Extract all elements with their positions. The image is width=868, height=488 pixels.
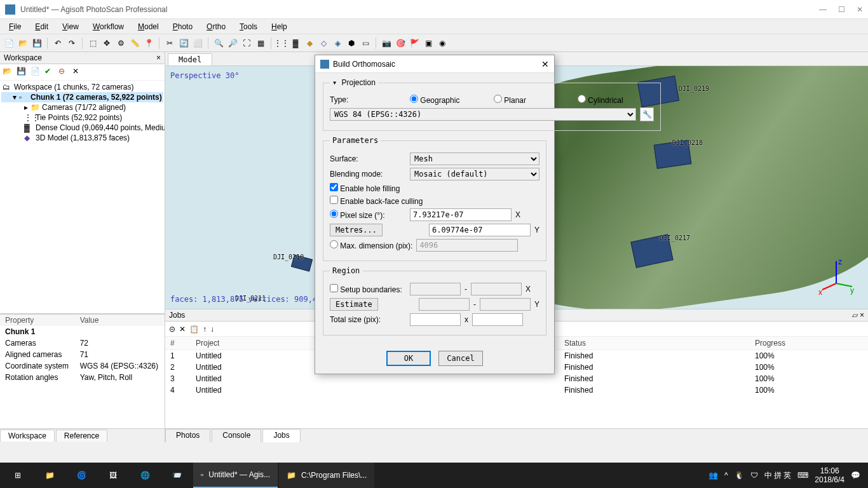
minimize-button[interactable]: — — [819, 5, 827, 14]
menu-edit[interactable]: Edit — [29, 21, 55, 32]
markers-icon[interactable]: 🎯 — [394, 37, 407, 50]
app-pin-icon[interactable]: 📨 — [161, 463, 192, 488]
crs-select[interactable]: WGS 84 (EPSG::4326) — [330, 108, 636, 121]
task-photoscan[interactable]: ▫Untitled* — Agis... — [193, 463, 278, 488]
ws-open-icon[interactable]: 📂 — [3, 67, 14, 78]
ruler-icon[interactable]: 📏 — [128, 37, 141, 50]
menu-workflow[interactable]: Workflow — [86, 21, 130, 32]
jobs-undock-icon[interactable]: ▱ — [852, 311, 858, 320]
gear-icon[interactable]: ⚙ — [114, 37, 127, 50]
total-x-input[interactable] — [410, 313, 461, 326]
maximize-button[interactable]: ☐ — [838, 5, 845, 14]
close-button[interactable]: ✕ — [857, 5, 863, 14]
mesh-wire-icon[interactable]: ◇ — [317, 37, 330, 50]
tab-reference[interactable]: Reference — [56, 430, 107, 442]
ok-button[interactable]: OK — [386, 351, 431, 366]
total-y-input[interactable] — [472, 313, 523, 326]
radio-geographic[interactable]: Geographic — [410, 95, 486, 105]
undo-icon[interactable]: ↶ — [51, 37, 64, 50]
metres-button[interactable]: Metres... — [330, 224, 383, 236]
panel-close-icon[interactable]: × — [156, 53, 161, 62]
ortho-icon[interactable]: ▭ — [359, 37, 372, 50]
tray-qq-icon[interactable]: 🐧 — [735, 471, 744, 480]
fit-icon[interactable]: ⛶ — [240, 37, 253, 50]
dense-icon[interactable]: ▓ — [289, 37, 302, 50]
nav-icon[interactable]: ✥ — [100, 37, 113, 50]
chrome-icon[interactable]: 🌐 — [130, 463, 160, 488]
jobs-remove-icon[interactable]: ✕ — [179, 325, 186, 334]
tab-model[interactable]: Model — [168, 53, 212, 65]
estimate-button[interactable]: Estimate — [330, 298, 378, 311]
jobs-down-icon[interactable]: ↓ — [210, 325, 214, 334]
rotate-icon[interactable]: 🔄 — [177, 37, 190, 50]
marker-icon[interactable]: 📍 — [142, 37, 155, 50]
menu-tools[interactable]: Tools — [233, 21, 264, 32]
grid-icon[interactable]: ▦ — [254, 37, 267, 50]
jobs-row[interactable]: 3UntitledFinished100% — [165, 373, 868, 384]
menu-help[interactable]: Help — [265, 21, 294, 32]
select-icon[interactable]: ⬚ — [86, 37, 99, 50]
tab-console[interactable]: Console — [212, 429, 261, 442]
app-pin-icon[interactable]: 🌀 — [66, 463, 97, 488]
workspace-tree[interactable]: 🗂Workspace (1 chunks, 72 cameras) ▾▫Chun… — [0, 81, 165, 313]
dem-icon[interactable]: ⬢ — [345, 37, 358, 50]
ws-check-icon[interactable]: ✔ — [44, 67, 56, 78]
surface-select[interactable]: Mesh — [410, 152, 539, 165]
explorer-icon[interactable]: 📁 — [34, 463, 65, 488]
radio-planar[interactable]: Planar — [494, 95, 570, 105]
tiepoints-item[interactable]: Tie Points (52,922 points) — [36, 113, 122, 122]
dialog-close-icon[interactable]: ✕ — [541, 59, 549, 69]
task-explorer[interactable]: 📁C:\Program Files\... — [279, 463, 374, 488]
crop-icon[interactable]: ✂ — [163, 37, 176, 50]
crs-browse-icon[interactable]: 🔧 — [640, 107, 654, 121]
tray-clock[interactable]: 15:06 2018/6/4 — [815, 466, 844, 485]
radio-pixelsize[interactable]: Pixel size (°): — [330, 210, 406, 220]
tray-people-icon[interactable]: 👥 — [709, 471, 718, 480]
ws-doc-icon[interactable]: 📄 — [31, 67, 42, 78]
flag-icon[interactable]: 🚩 — [408, 37, 421, 50]
ws-stop-icon[interactable]: ⊖ — [58, 67, 70, 78]
radio-cylindrical[interactable]: Cylindrical — [578, 95, 654, 105]
holefill-checkbox[interactable]: Enable hole filling — [330, 183, 406, 193]
points-icon[interactable]: ⋮⋮ — [275, 37, 288, 50]
jobs-copy-icon[interactable]: 📋 — [189, 325, 199, 334]
pixelsize-y-input[interactable] — [429, 224, 531, 236]
jobs-col-progress[interactable]: Progress — [750, 337, 868, 350]
tray-keyboard-icon[interactable]: ⌨ — [797, 471, 808, 480]
trackball-icon[interactable]: ◉ — [436, 37, 449, 50]
tab-workspace[interactable]: Workspace — [0, 430, 55, 442]
jobs-row[interactable]: 4UntitledFinished100% — [165, 384, 868, 396]
save-icon[interactable]: 💾 — [31, 37, 43, 50]
menu-ortho[interactable]: Ortho — [200, 21, 232, 32]
cancel-button[interactable]: Cancel — [438, 351, 483, 366]
open-icon[interactable]: 📂 — [17, 37, 29, 50]
jobs-col-status[interactable]: Status — [559, 337, 750, 350]
start-button[interactable]: ⊞ — [3, 463, 33, 488]
tab-photos[interactable]: Photos — [165, 429, 210, 442]
pixelsize-x-input[interactable] — [410, 208, 512, 221]
jobs-pause-icon[interactable]: ⊝ — [169, 325, 175, 334]
menu-photo[interactable]: Photo — [166, 21, 199, 32]
jobs-col-num[interactable]: # — [165, 337, 191, 350]
setup-boundaries-checkbox[interactable]: Setup boundaries: — [330, 284, 406, 294]
ws-delete-icon[interactable]: ✕ — [72, 67, 84, 78]
app-pin-icon[interactable]: 🖼 — [98, 463, 128, 488]
ws-save-icon[interactable]: 💾 — [17, 67, 28, 78]
tray-ime[interactable]: 中 拼 英 — [764, 470, 792, 481]
tab-jobs[interactable]: Jobs — [262, 429, 300, 442]
jobs-up-icon[interactable]: ↑ — [203, 325, 207, 334]
radio-maxdim[interactable]: Max. dimension (pix): — [330, 240, 412, 250]
model3d-item[interactable]: 3D Model (1,813,875 faces) — [36, 133, 130, 142]
new-icon[interactable]: 📄 — [3, 37, 15, 50]
camera-icon[interactable]: 📷 — [380, 37, 393, 50]
tray-shield-icon[interactable]: 🛡 — [750, 471, 758, 480]
tray-chevron-icon[interactable]: ^ — [724, 471, 728, 480]
zoom-out-icon[interactable]: 🔎 — [226, 37, 239, 50]
region-icon[interactable]: ▣ — [422, 37, 435, 50]
tray-notifications-icon[interactable]: 💬 — [851, 471, 860, 480]
resize-icon[interactable]: ⬜ — [191, 37, 204, 50]
menu-view[interactable]: View — [56, 21, 85, 32]
mesh-solid-icon[interactable]: ◆ — [303, 37, 316, 50]
workspace-root[interactable]: Workspace (1 chunks, 72 cameras) — [14, 83, 134, 92]
blend-select[interactable]: Mosaic (default) — [410, 168, 539, 180]
